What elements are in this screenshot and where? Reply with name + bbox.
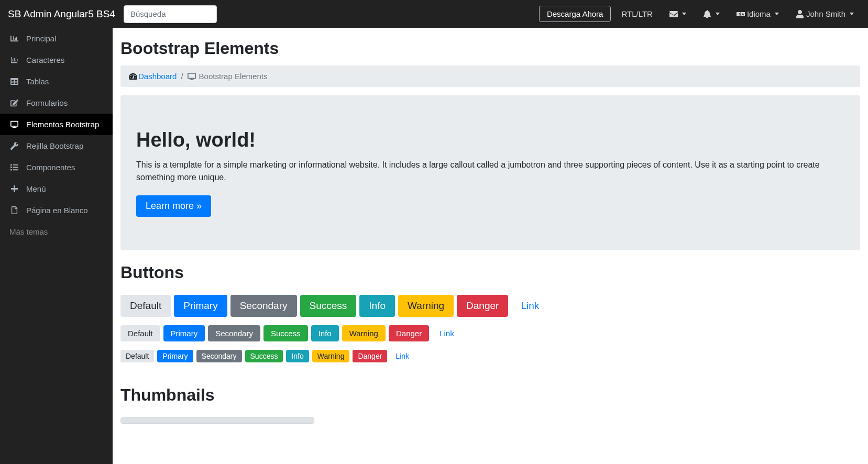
secondary-button[interactable]: Secondary (230, 295, 297, 317)
sidebar-item-menu[interactable]: Menú (0, 178, 113, 200)
search-input[interactable] (124, 5, 217, 23)
danger-button[interactable]: Danger (389, 325, 429, 341)
secondary-button[interactable]: Secondary (196, 350, 242, 362)
mail-dropdown[interactable] (663, 6, 693, 23)
user-label: John Smith (806, 9, 845, 18)
jumbotron: Hello, world! This is a template for a s… (120, 95, 860, 250)
caret-down-icon (775, 13, 779, 15)
dashboard-icon (9, 35, 19, 42)
primary-button[interactable]: Primary (174, 295, 227, 317)
sidebar-item-label: Tablas (26, 77, 49, 86)
caret-down-icon (682, 13, 686, 15)
file-icon (9, 206, 19, 214)
default-button[interactable]: Default (120, 295, 171, 317)
sidebar-item-componentes[interactable]: Componentes (0, 157, 113, 178)
table-icon (9, 78, 19, 85)
bar-chart-icon (9, 56, 19, 64)
envelope-icon (669, 10, 678, 18)
page-title: Bootstrap Elements (120, 39, 860, 58)
dashboard-icon (129, 72, 137, 81)
rtl-ltr-toggle[interactable]: RTL/LTR (615, 5, 658, 23)
sidebar-item-label: Formularios (26, 98, 68, 107)
sidebar-item-label: Componentes (26, 163, 75, 172)
danger-button[interactable]: Danger (353, 350, 387, 362)
danger-button[interactable]: Danger (457, 295, 508, 317)
sidebar-item-label: Elementos Bootstrap (26, 120, 99, 129)
language-icon (737, 10, 745, 18)
language-dropdown[interactable]: Idioma (730, 5, 785, 23)
bell-icon (703, 10, 711, 18)
sidebar-item-label: Caracteres (26, 56, 64, 64)
sidebar-more-themes[interactable]: Más temas (0, 221, 113, 242)
jumbotron-heading: Hello, world! (136, 129, 844, 151)
default-button[interactable]: Default (120, 350, 154, 362)
sidebar-item-label: Menú (26, 184, 46, 193)
secondary-button[interactable]: Secondary (208, 325, 260, 341)
sidebar-item-pagina-en-blanco[interactable]: Página en Blanco (0, 200, 113, 221)
navbar-brand[interactable]: SB Admin Angular5 BS4 (8, 8, 115, 20)
warning-button[interactable]: Warning (342, 325, 386, 341)
breadcrumb-current: Bootstrap Elements (188, 72, 268, 81)
button-row-medium: Default Primary Secondary Success Info W… (120, 325, 860, 344)
desktop-icon (188, 72, 196, 81)
sidebar-item-label: Rejilla Bootstrap (26, 141, 83, 150)
button-row-large: Default Primary Secondary Success Info W… (120, 295, 860, 319)
info-button[interactable]: Info (311, 325, 339, 341)
buttons-section-title: Buttons (120, 263, 860, 282)
language-label: Idioma (747, 9, 771, 18)
sidebar-item-label: Principal (26, 34, 57, 43)
caret-down-icon (850, 13, 854, 15)
navbar-right: Descarga Ahora RTL/LTR Idioma John Smith (539, 5, 860, 23)
link-button[interactable]: Link (390, 350, 414, 362)
top-navbar: SB Admin Angular5 BS4 Descarga Ahora RTL… (0, 0, 868, 28)
sidebar-item-elementos-bootstrap[interactable]: Elementos Bootstrap (0, 114, 113, 135)
link-button[interactable]: Link (432, 325, 462, 341)
warning-button[interactable]: Warning (398, 295, 454, 317)
success-button[interactable]: Success (245, 350, 283, 362)
success-button[interactable]: Success (300, 295, 357, 317)
sidebar-item-formularios[interactable]: Formularios (0, 92, 113, 114)
caret-down-icon (716, 13, 720, 15)
default-button[interactable]: Default (120, 325, 160, 341)
success-button[interactable]: Success (263, 325, 308, 341)
list-icon (9, 163, 19, 171)
sidebar-item-rejilla-bootstrap[interactable]: Rejilla Bootstrap (0, 135, 113, 157)
info-button[interactable]: Info (286, 350, 309, 362)
user-dropdown[interactable]: John Smith (789, 5, 860, 23)
primary-button[interactable]: Primary (157, 350, 193, 362)
wrench-icon (9, 142, 19, 150)
breadcrumb-current-label: Bootstrap Elements (199, 72, 268, 81)
sidebar-item-tablas[interactable]: Tablas (0, 71, 113, 92)
info-button[interactable]: Info (359, 295, 395, 317)
sidebar: Principal Caracteres Tablas Formularios … (0, 28, 113, 445)
sidebar-item-caracteres[interactable]: Caracteres (0, 49, 113, 71)
sidebar-item-label: Página en Blanco (26, 206, 88, 215)
download-button[interactable]: Descarga Ahora (539, 6, 611, 22)
button-row-small: Default Primary Secondary Success Info W… (120, 350, 860, 364)
primary-button[interactable]: Primary (163, 325, 205, 341)
alerts-dropdown[interactable] (697, 6, 726, 23)
jumbotron-body: This is a template for a simple marketin… (136, 159, 844, 184)
edit-icon (9, 99, 19, 107)
sidebar-item-principal[interactable]: Principal (0, 28, 113, 49)
desktop-icon (9, 120, 19, 128)
user-icon (796, 10, 804, 18)
breadcrumb: Dashboard / Bootstrap Elements (120, 65, 860, 87)
link-button[interactable]: Link (511, 295, 548, 317)
main-content: Bootstrap Elements Dashboard / Bootstrap… (113, 28, 868, 445)
learn-more-button[interactable]: Learn more » (136, 195, 211, 217)
thumbnail-placeholder (120, 417, 314, 424)
plus-icon (9, 185, 19, 193)
thumbnails-section-title: Thumbnails (120, 385, 860, 405)
breadcrumb-home-link[interactable]: Dashboard (138, 72, 177, 81)
warning-button[interactable]: Warning (312, 350, 350, 362)
breadcrumb-separator: / (177, 72, 187, 81)
